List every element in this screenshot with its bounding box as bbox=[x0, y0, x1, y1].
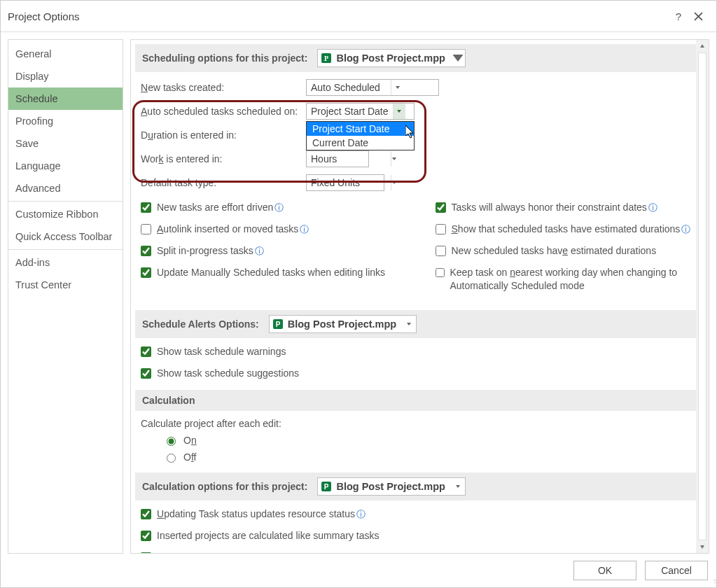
auto-scheduled-on-value: Project Start Date bbox=[307, 106, 393, 117]
calc-options-title: Calculation options for this project: bbox=[142, 481, 307, 492]
default-task-type-label: Default task type: bbox=[141, 177, 306, 188]
default-task-type-value: Fixed Units bbox=[307, 177, 391, 188]
chk-new-estimated[interactable]: New scheduled tasks have estimated durat… bbox=[436, 244, 702, 258]
chk-updating-task-status[interactable]: Updating Task status updates resource st… bbox=[141, 507, 702, 521]
chk-schedule-suggestions[interactable]: Show task schedule suggestions bbox=[141, 367, 702, 380]
sidebar-item-proofing[interactable]: Proofing bbox=[8, 110, 123, 132]
calculation-header: Calculation bbox=[135, 390, 702, 411]
mouse-cursor-icon bbox=[405, 125, 417, 141]
scroll-up-icon[interactable] bbox=[696, 40, 709, 52]
chk-update-manual-links[interactable]: Update Manually Scheduled tasks when edi… bbox=[141, 266, 408, 279]
dropdown-opt-project-start-date[interactable]: Project Start Date bbox=[307, 122, 414, 136]
dropdown-opt-current-date[interactable]: Current Date bbox=[307, 136, 414, 150]
svg-text:P: P bbox=[324, 55, 328, 62]
project-options-window: Project Options ? General Display Schedu… bbox=[0, 0, 717, 588]
scheduling-options-title: Scheduling options for this project: bbox=[142, 52, 307, 64]
new-tasks-created-label: New tasks created: bbox=[141, 82, 306, 93]
sidebar-item-language[interactable]: Language bbox=[8, 155, 123, 177]
alerts-project-selector[interactable]: P Blog Post Project.mpp bbox=[269, 315, 417, 333]
svg-marker-11 bbox=[405, 125, 413, 138]
chevron-down-icon bbox=[451, 484, 465, 489]
scroll-down-icon[interactable] bbox=[696, 540, 709, 553]
radio-calc-off[interactable]: Off bbox=[163, 451, 702, 463]
help-button[interactable]: ? bbox=[669, 6, 688, 26]
calc-project-selector[interactable]: P Blog Post Project.mpp bbox=[317, 477, 466, 496]
sidebar-item-customize-ribbon[interactable]: Customize Ribbon bbox=[8, 203, 123, 225]
close-icon bbox=[694, 12, 703, 21]
options-sidebar: General Display Schedule Proofing Save L… bbox=[8, 39, 123, 554]
svg-text:P: P bbox=[275, 321, 280, 328]
scheduling-project-name: Blog Post Project.mpp bbox=[333, 52, 451, 64]
svg-marker-17 bbox=[456, 485, 460, 488]
chk-actual-costs-by-project[interactable]: Actual costs are always calculated by Pr… bbox=[141, 551, 702, 554]
svg-marker-14 bbox=[407, 323, 411, 326]
sidebar-item-schedule[interactable]: Schedule bbox=[8, 88, 123, 110]
schedule-alerts-title: Schedule Alerts Options: bbox=[142, 318, 259, 330]
chevron-down-icon bbox=[393, 104, 405, 119]
svg-text:P: P bbox=[324, 483, 329, 491]
sidebar-item-general[interactable]: General bbox=[8, 43, 123, 65]
chk-keep-nearest-day[interactable]: Keep task on nearest working day when ch… bbox=[436, 266, 702, 293]
scheduling-project-selector[interactable]: P Blog Post Project.mpp bbox=[317, 49, 466, 67]
info-icon[interactable]: ⓘ bbox=[648, 202, 657, 213]
chk-schedule-warnings[interactable]: Show task schedule warnings bbox=[141, 345, 702, 358]
svg-marker-9 bbox=[392, 158, 396, 160]
auto-scheduled-on-combo[interactable]: Project Start Date bbox=[306, 103, 415, 120]
svg-marker-6 bbox=[452, 55, 463, 62]
sidebar-item-trust-center[interactable]: Trust Center bbox=[8, 274, 123, 296]
cancel-button[interactable]: Cancel bbox=[645, 561, 708, 580]
chk-inserted-projects-summary[interactable]: Inserted projects are calculated like su… bbox=[141, 529, 702, 542]
schedule-checks-left: New tasks are effort drivenⓘ Autolink in… bbox=[141, 201, 408, 300]
titlebar: Project Options ? bbox=[1, 1, 716, 32]
chk-show-estimated[interactable]: Show that scheduled tasks have estimated… bbox=[436, 223, 702, 236]
default-task-type-combo[interactable]: Fixed Units bbox=[306, 174, 384, 191]
info-icon[interactable]: ⓘ bbox=[300, 224, 309, 234]
svg-marker-7 bbox=[396, 86, 400, 89]
sidebar-item-save[interactable]: Save bbox=[8, 132, 123, 155]
chevron-down-icon bbox=[391, 80, 403, 95]
window-title: Project Options bbox=[8, 10, 669, 22]
sidebar-item-add-ins[interactable]: Add-ins bbox=[8, 251, 123, 274]
chevron-down-icon bbox=[451, 51, 465, 65]
chk-honor-constraint[interactable]: Tasks will always honor their constraint… bbox=[436, 201, 702, 214]
svg-marker-10 bbox=[392, 181, 396, 184]
work-entered-in-value: Hours bbox=[307, 153, 391, 164]
chevron-down-icon bbox=[402, 321, 416, 327]
dialog-footer: OK Cancel bbox=[1, 554, 716, 587]
chevron-down-icon bbox=[391, 175, 397, 190]
ok-button[interactable]: OK bbox=[573, 561, 636, 580]
auto-scheduled-on-label: Auto scheduled tasks scheduled on: bbox=[141, 106, 306, 117]
info-icon[interactable]: ⓘ bbox=[255, 246, 264, 256]
schedule-options-panel: Scheduling options for this project: P B… bbox=[130, 39, 709, 554]
close-button[interactable] bbox=[688, 6, 708, 26]
svg-marker-8 bbox=[397, 110, 401, 113]
project-file-icon: P bbox=[319, 479, 333, 493]
radio-calc-on[interactable]: On bbox=[163, 435, 702, 446]
calc-options-header: Calculation options for this project: P … bbox=[135, 472, 702, 500]
chk-split-inprogress[interactable]: Split in-progress tasksⓘ bbox=[141, 244, 408, 258]
chevron-down-icon bbox=[391, 151, 397, 167]
svg-marker-3 bbox=[700, 545, 704, 549]
new-tasks-created-combo[interactable]: Auto Scheduled bbox=[306, 79, 439, 96]
auto-scheduled-on-dropdown[interactable]: Project Start Date Current Date bbox=[306, 121, 415, 150]
resize-grip-icon[interactable]: ······ bbox=[713, 578, 716, 587]
info-icon[interactable]: ⓘ bbox=[356, 509, 366, 519]
calculation-title: Calculation bbox=[142, 395, 195, 406]
work-entered-in-label: Work is entered in: bbox=[141, 153, 306, 164]
sidebar-item-advanced[interactable]: Advanced bbox=[8, 177, 123, 200]
sidebar-item-quick-access-toolbar[interactable]: Quick Access Toolbar bbox=[8, 225, 123, 248]
info-icon[interactable]: ⓘ bbox=[274, 202, 284, 213]
sidebar-item-display[interactable]: Display bbox=[8, 65, 123, 88]
calc-project-name: Blog Post Project.mpp bbox=[333, 481, 451, 492]
chk-effort-driven[interactable]: New tasks are effort drivenⓘ bbox=[141, 201, 408, 214]
alerts-project-name: Blog Post Project.mpp bbox=[285, 318, 403, 330]
chk-autolink[interactable]: Autolink inserted or moved tasksⓘ bbox=[141, 223, 408, 236]
project-file-icon: P bbox=[319, 51, 333, 65]
scheduling-options-header: Scheduling options for this project: P B… bbox=[135, 44, 702, 72]
schedule-checks-right: Tasks will always honor their constraint… bbox=[436, 201, 702, 300]
new-tasks-created-value: Auto Scheduled bbox=[307, 82, 391, 93]
work-entered-in-combo[interactable]: Hours bbox=[306, 150, 369, 167]
svg-marker-2 bbox=[700, 44, 704, 48]
info-icon[interactable]: ⓘ bbox=[681, 224, 690, 234]
duration-entered-in-label: Duration is entered in: bbox=[141, 130, 306, 141]
